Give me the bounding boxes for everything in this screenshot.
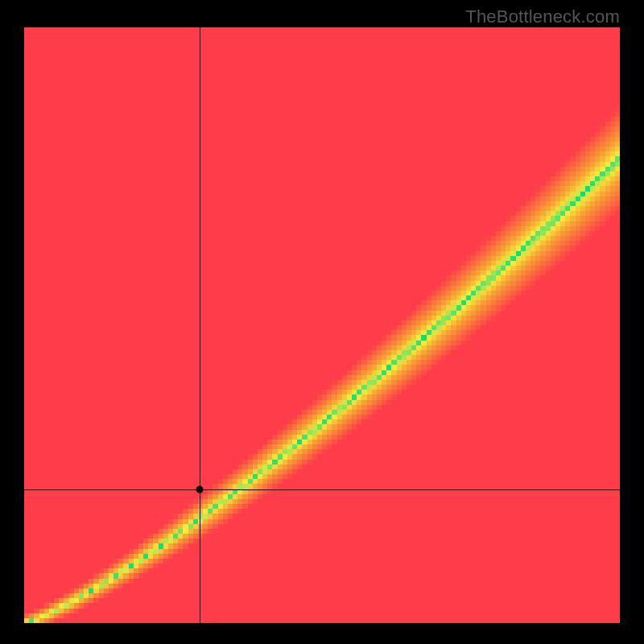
chart-container: TheBottleneck.com — [0, 0, 644, 644]
crosshair-horizontal — [24, 489, 620, 490]
marker-dot — [196, 485, 204, 493]
plot-area — [24, 27, 620, 623]
watermark-text: TheBottleneck.com — [465, 6, 620, 27]
heatmap-canvas — [24, 27, 620, 623]
crosshair-vertical — [200, 27, 200, 623]
